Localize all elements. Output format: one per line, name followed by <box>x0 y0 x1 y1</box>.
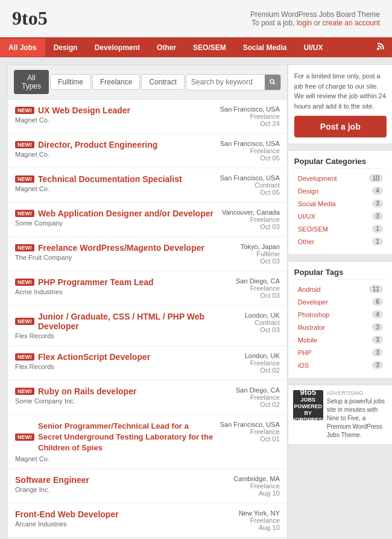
job-title-link[interactable]: Web Application Designer and/or Develope… <box>38 209 213 218</box>
header: 9to5 Premium WordPress Jobs Board Theme … <box>0 0 392 37</box>
category-social-media-link[interactable]: Social Media <box>298 200 336 207</box>
header-right: Premium WordPress Jobs Board Theme To po… <box>250 10 380 27</box>
job-meta: San Francisco, USA Freelance Oct 01 <box>220 421 280 443</box>
category-count: 1 <box>372 238 383 245</box>
list-item: Mobile 3 <box>294 334 387 345</box>
job-main: NEW! Freelance WordPress/Magento Develop… <box>15 243 215 261</box>
post-job-button[interactable]: Post a job <box>294 116 387 137</box>
category-design-link[interactable]: Design <box>298 188 318 195</box>
list-item: UI/UX 3 <box>294 210 387 222</box>
table-row: NEW! Technical Documentation Specialist … <box>8 168 287 203</box>
job-meta: San Francisco, USA Freelance Oct 24 <box>220 106 280 127</box>
job-main: NEW! Senior Programmer/Technical Lead fo… <box>15 421 215 462</box>
job-meta: New York, NY Freelance Aug 10 <box>220 509 280 531</box>
create-account-link[interactable]: create an account <box>323 19 380 27</box>
job-title-link[interactable]: PHP Programmer Team Lead <box>38 277 154 287</box>
job-title-link[interactable]: Technical Documentation Specialist <box>38 174 182 184</box>
category-other-link[interactable]: Other <box>298 238 315 245</box>
filter-freelance[interactable]: Freelance <box>92 74 140 90</box>
table-row: Front-End Web Developer Arcane Industrie… <box>8 503 287 538</box>
job-title-link[interactable]: Flex ActionScript Developer <box>38 352 150 362</box>
job-company: Flex Records <box>15 332 215 339</box>
job-main: NEW! Web Application Designer and/or Dev… <box>15 209 215 227</box>
site-logo: 9to5 <box>12 7 48 30</box>
tag-count: 6 <box>372 298 383 306</box>
search-wrapper <box>186 74 281 90</box>
new-badge: NEW! <box>15 279 34 286</box>
filter-fulltime[interactable]: Fulltime <box>50 74 91 90</box>
filter-contract[interactable]: Contract <box>141 74 184 90</box>
tag-android-link[interactable]: Android <box>298 286 321 293</box>
main-nav: All Jobs Design Development Other SEO/SE… <box>0 37 392 57</box>
job-main: NEW! Technical Documentation Specialist … <box>15 174 215 192</box>
job-main: Front-End Web Developer Arcane Industrie… <box>15 509 215 528</box>
list-item: Android 11 <box>294 283 387 295</box>
promo-text: For a limited time only, post a job free… <box>294 71 387 111</box>
job-title-row: NEW! Director, Product Engineering <box>15 140 215 150</box>
category-uiux-link[interactable]: UI/UX <box>298 213 315 220</box>
tag-count: 3 <box>372 336 383 344</box>
tag-developer-link[interactable]: Developer <box>298 298 328 306</box>
job-title-link[interactable]: Ruby on Rails developer <box>38 386 136 396</box>
job-meta: Tokyo, Japan Fulltime Oct 03 <box>220 243 280 265</box>
nav-item-uiux[interactable]: UI/UX <box>295 39 331 57</box>
category-count: 3 <box>372 200 383 207</box>
tag-ios-link[interactable]: iOS <box>298 362 309 369</box>
table-row: NEW! Director, Product Engineering Magne… <box>8 134 287 168</box>
table-row: NEW! Ruby on Rails developer Some Compan… <box>8 380 287 415</box>
job-company: Magnet Co. <box>15 185 215 192</box>
job-meta: San Diego, CA Freelance Oct 02 <box>220 386 280 408</box>
table-row: NEW! Junior / Graduate, CSS / HTML / PHP… <box>8 306 287 346</box>
tag-mobile-link[interactable]: Mobile <box>298 336 317 344</box>
nav-item-development[interactable]: Development <box>86 39 148 57</box>
job-title-row: Software Engineer <box>15 475 215 485</box>
popular-tags-box: Popular Tags Android 11 Developer 6 Phot… <box>288 261 392 379</box>
tag-count: 4 <box>372 310 383 318</box>
job-title-row: Front-End Web Developer <box>15 509 215 519</box>
search-input[interactable] <box>186 75 265 89</box>
job-title-link[interactable]: Senior Programmer/Technical Lead for a S… <box>38 421 215 454</box>
job-main: NEW! Ruby on Rails developer Some Compan… <box>15 386 215 405</box>
tag-php-link[interactable]: PHP <box>298 349 312 356</box>
login-link[interactable]: login <box>297 19 312 27</box>
tags-title: Popular Tags <box>294 268 387 280</box>
job-title-link[interactable]: Software Engineer <box>15 475 89 485</box>
job-title-row: NEW! Web Application Designer and/or Dev… <box>15 209 215 218</box>
list-item: PHP 3 <box>294 347 387 358</box>
content-area: All Types Fulltime Freelance Contract <box>7 65 288 539</box>
job-list: NEW! UX Web Design Leader Magnet Co. San… <box>8 99 287 538</box>
nav-item-social-media[interactable]: Social Media <box>235 39 296 57</box>
tag-count: 3 <box>372 361 383 369</box>
category-development-link[interactable]: Development <box>298 175 337 182</box>
tag-illustrator-link[interactable]: Illustrator <box>298 324 325 331</box>
ad-label: ADVERTISING <box>327 390 388 396</box>
nav-item-design[interactable]: Design <box>45 39 86 57</box>
job-main: NEW! PHP Programmer Team Lead Acme Indus… <box>15 277 215 295</box>
job-company: Magnet Co. <box>15 151 215 158</box>
list-item: Other 1 <box>294 236 387 247</box>
job-meta: London, UK Freelance Oct 02 <box>220 352 280 374</box>
nav-item-all-jobs[interactable]: All Jobs <box>0 39 45 57</box>
tag-count: 3 <box>372 323 383 331</box>
rss-icon[interactable] <box>369 37 392 57</box>
popular-categories-box: Popular Categories Development 10 Design… <box>288 150 392 255</box>
job-main: NEW! Junior / Graduate, CSS / HTML / PHP… <box>15 312 215 339</box>
nav-item-other[interactable]: Other <box>148 39 185 57</box>
nav-item-seosem[interactable]: SEO/SEM <box>185 39 235 57</box>
search-button[interactable] <box>265 75 280 90</box>
job-title-link[interactable]: Freelance WordPress/Magento Developer <box>38 243 204 253</box>
category-list: Development 10 Design 4 Social Media 3 U… <box>294 172 387 247</box>
job-title-link[interactable]: Front-End Web Developer <box>15 509 119 519</box>
new-badge: NEW! <box>15 107 34 114</box>
job-title-link[interactable]: Junior / Graduate, CSS / HTML / PHP Web … <box>38 312 215 331</box>
category-seosem-link[interactable]: SEO/SEM <box>298 225 328 233</box>
table-row: Software Engineer Orange Inc. Cambridge,… <box>8 469 287 503</box>
category-count: 3 <box>372 212 383 220</box>
header-links: To post a job, login or create an accoun… <box>250 19 380 27</box>
job-title-row: NEW! Flex ActionScript Developer <box>15 352 215 362</box>
job-company: Some Company Inc. <box>15 397 215 405</box>
job-title-link[interactable]: UX Web Design Leader <box>38 106 130 115</box>
job-title-link[interactable]: Director, Product Engineering <box>38 140 157 150</box>
filter-all-types[interactable]: All Types <box>14 70 49 94</box>
tag-photoshop-link[interactable]: Photoshop <box>298 311 330 318</box>
